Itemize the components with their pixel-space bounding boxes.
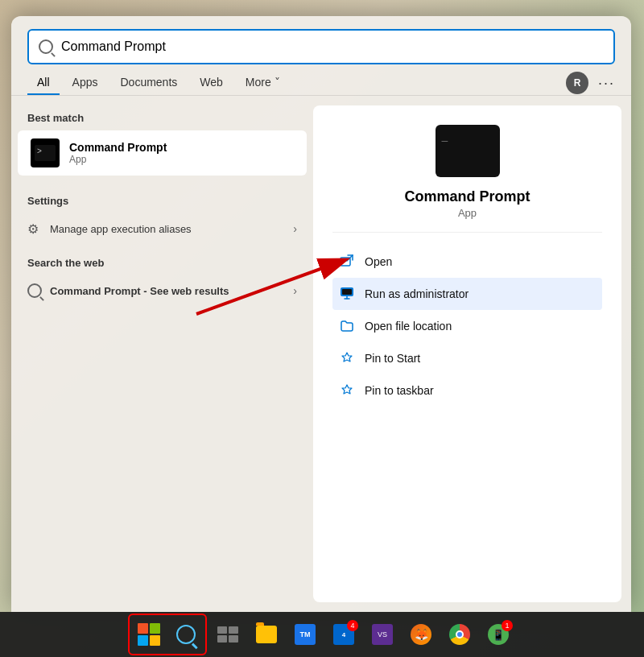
fileloc-icon bbox=[339, 318, 355, 334]
desktop: All Apps Documents Web More ˅ R ··· Best… bbox=[0, 0, 644, 657]
item-info: Command Prompt App bbox=[69, 141, 294, 165]
search-bar-wrapper bbox=[11, 16, 631, 64]
pin-start-icon bbox=[339, 350, 355, 366]
web-search-icon bbox=[27, 283, 42, 298]
action-fileloc[interactable]: Open file location bbox=[332, 310, 602, 342]
search-bar[interactable] bbox=[27, 29, 615, 64]
right-panel: _ Command Prompt App bbox=[313, 105, 621, 602]
action-open-label: Open bbox=[365, 255, 392, 268]
more-options-button[interactable]: ··· bbox=[598, 75, 615, 92]
tab-all[interactable]: All bbox=[27, 71, 60, 95]
gear-icon: ⚙ bbox=[27, 221, 42, 236]
settings-label: Settings bbox=[11, 192, 313, 213]
taskbar-app2[interactable]: 4 4 bbox=[326, 617, 361, 652]
taskview-icon bbox=[217, 626, 238, 643]
folder-icon bbox=[256, 626, 277, 643]
taskbar-search-button[interactable] bbox=[168, 617, 204, 652]
action-runas-label: Run as administrator bbox=[365, 287, 469, 300]
cmd-icon-inner bbox=[35, 145, 56, 161]
item-subtitle: App bbox=[69, 154, 294, 165]
search-icon bbox=[39, 39, 53, 54]
taskbar-phone[interactable]: 📱 1 bbox=[481, 617, 516, 652]
start-button[interactable] bbox=[131, 617, 167, 652]
settings-item-text: Manage app execution aliases bbox=[50, 223, 285, 235]
app2-badge: 4 bbox=[347, 620, 358, 631]
taskbar-firefox[interactable]: 🦊 bbox=[403, 617, 439, 652]
content-area: Best match Command Prompt App Settings ⚙… bbox=[11, 96, 631, 612]
app-type-large: App bbox=[458, 207, 477, 219]
tab-more[interactable]: More ˅ bbox=[236, 71, 290, 95]
action-open[interactable]: Open bbox=[332, 246, 602, 278]
taskbar-chrome[interactable] bbox=[442, 617, 477, 652]
tab-web[interactable]: Web bbox=[190, 71, 233, 95]
app-name-large: Command Prompt bbox=[404, 188, 530, 205]
item-title: Command Prompt bbox=[69, 141, 294, 154]
app1-icon: TM bbox=[295, 624, 316, 645]
chrome-icon-inner bbox=[456, 630, 464, 638]
open-icon bbox=[339, 254, 355, 270]
settings-item[interactable]: ⚙ Manage app execution aliases › bbox=[11, 213, 313, 244]
app-preview: _ Command Prompt App bbox=[332, 125, 602, 233]
phone-badge: 1 bbox=[502, 620, 513, 631]
nav-right: R ··· bbox=[566, 72, 615, 94]
action-pinstart[interactable]: Pin to Start bbox=[332, 342, 602, 374]
action-runas[interactable]: Run as administrator bbox=[332, 278, 602, 310]
user-avatar[interactable]: R bbox=[566, 72, 588, 94]
search-input[interactable] bbox=[61, 39, 604, 54]
web-search-item[interactable]: Command Prompt - See web results › bbox=[11, 275, 313, 306]
nav-tabs: All Apps Documents Web More ˅ R ··· bbox=[11, 64, 631, 96]
taskbar-search-icon bbox=[176, 625, 196, 644]
best-match-item[interactable]: Command Prompt App bbox=[18, 130, 307, 176]
action-fileloc-label: Open file location bbox=[365, 320, 452, 333]
action-pintaskbar[interactable]: Pin to taskbar bbox=[332, 374, 602, 407]
web-search-label: Search the web bbox=[11, 254, 313, 275]
action-list: Open Run as administrator bbox=[332, 246, 602, 407]
taskbar-app3[interactable]: VS bbox=[365, 617, 400, 652]
app3-icon: VS bbox=[372, 624, 393, 645]
svg-rect-2 bbox=[342, 289, 352, 295]
action-pintaskbar-label: Pin to taskbar bbox=[365, 384, 434, 397]
firefox-icon: 🦊 bbox=[411, 624, 431, 645]
web-search-text: Command Prompt - See web results bbox=[50, 285, 285, 297]
tab-documents[interactable]: Documents bbox=[110, 71, 187, 95]
cmd-app-icon bbox=[31, 138, 60, 167]
chrome-icon bbox=[449, 624, 470, 645]
taskbar-taskview[interactable] bbox=[210, 617, 246, 652]
runas-icon bbox=[339, 286, 355, 302]
web-search-chevron: › bbox=[293, 284, 297, 297]
tab-apps[interactable]: Apps bbox=[63, 71, 108, 95]
app-icon-large: _ bbox=[436, 125, 500, 177]
windows-logo-icon bbox=[138, 623, 160, 646]
action-pinstart-label: Pin to Start bbox=[365, 352, 420, 365]
left-panel: Best match Command Prompt App Settings ⚙… bbox=[11, 96, 313, 612]
pin-taskbar-icon bbox=[339, 382, 355, 399]
search-panel: All Apps Documents Web More ˅ R ··· Best… bbox=[11, 16, 631, 612]
taskbar-explorer[interactable] bbox=[249, 617, 284, 652]
taskbar-start-search-group bbox=[128, 614, 207, 655]
taskbar-app1[interactable]: TM bbox=[287, 617, 323, 652]
best-match-label: Best match bbox=[11, 109, 313, 130]
taskbar: TM 4 4 VS 🦊 bbox=[0, 612, 644, 657]
settings-chevron: › bbox=[293, 222, 297, 235]
